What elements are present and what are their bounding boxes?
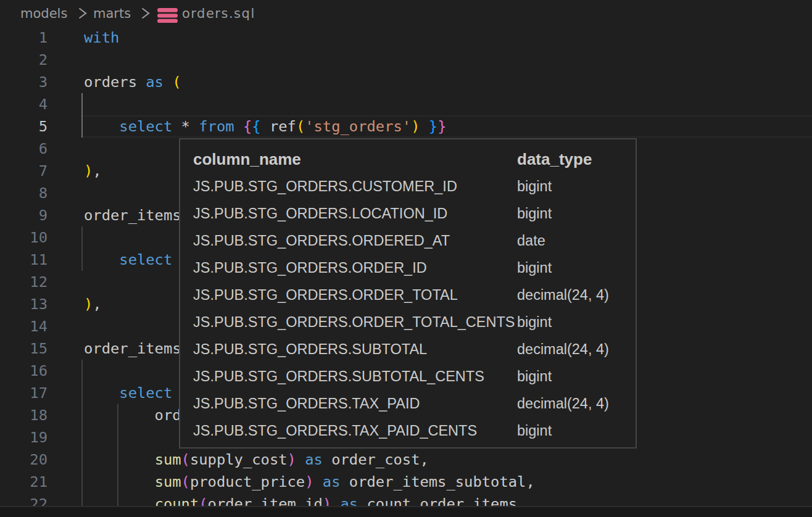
popup-cell-column-name: JS.PUB.STG_ORDERS.LOCATION_ID: [193, 200, 517, 227]
line-number-17: 17: [0, 382, 48, 404]
popup-cell-column-name: JS.PUB.STG_ORDERS.CUSTOMER_ID: [193, 173, 517, 200]
popup-row-5: JS.PUB.STG_ORDERS.ORDER_TOTAL_CENTSbigin…: [193, 308, 628, 336]
line-number-18: 18: [0, 404, 48, 426]
indent-guide: [81, 226, 83, 271]
editor-window: models marts orders.sql 1with23orders as…: [0, 0, 812, 517]
breadcrumb-item-marts[interactable]: marts: [93, 0, 131, 27]
popup-cell-column-name: JS.PUB.STG_ORDERS.ORDER_TOTAL_CENTS: [193, 308, 517, 336]
line-code-20[interactable]: sum(supply_cost) as order_cost,: [84, 449, 429, 471]
popup-row-1: JS.PUB.STG_ORDERS.LOCATION_IDbigint: [193, 200, 628, 227]
popup-cell-data-type: decimal(24, 4): [517, 281, 628, 308]
code-line-3[interactable]: 3orders as (: [0, 71, 812, 93]
popup-cell-column-name: JS.PUB.STG_ORDERS.TAX_PAID: [193, 390, 517, 417]
line-number-19: 19: [0, 426, 48, 449]
line-code-3[interactable]: orders as (: [84, 71, 181, 93]
line-number-2: 2: [0, 49, 48, 71]
code-line-5[interactable]: 5 select * from {{ ref('stg_orders') }}: [0, 115, 812, 138]
line-number-16: 16: [0, 360, 48, 382]
popup-cell-data-type: bigint: [517, 308, 628, 336]
line-number-7: 7: [0, 160, 48, 182]
popup-cell-column-name: JS.PUB.STG_ORDERS.ORDERED_AT: [193, 227, 517, 254]
line-code-18[interactable]: ord: [84, 404, 181, 426]
line-number-21: 21: [0, 471, 48, 493]
line-number-11: 11: [0, 249, 48, 271]
popup-cell-data-type: bigint: [517, 363, 628, 390]
line-number-4: 4: [0, 93, 48, 115]
popup-cell-data-type: bigint: [517, 417, 628, 444]
popup-header-column-name: column_name: [193, 146, 517, 173]
panel-divider: [0, 506, 812, 517]
popup-cell-data-type: decimal(24, 4): [517, 336, 628, 363]
line-number-9: 9: [0, 204, 48, 226]
breadcrumb-item-models[interactable]: models: [20, 0, 67, 27]
indent-guide: [81, 360, 83, 506]
indent-guide: [117, 404, 118, 506]
popup-row-2: JS.PUB.STG_ORDERS.ORDERED_ATdate: [193, 227, 628, 254]
code-line-20[interactable]: 20 sum(supply_cost) as order_cost,: [0, 449, 812, 471]
popup-cell-column-name: JS.PUB.STG_ORDERS.ORDER_TOTAL: [193, 281, 517, 308]
code-line-21[interactable]: 21 sum(product_price) as order_items_sub…: [0, 471, 812, 493]
line-number-13: 13: [0, 293, 48, 315]
breadcrumb: models marts orders.sql: [0, 0, 812, 27]
line-number-20: 20: [0, 449, 48, 471]
chevron-right-icon: [78, 7, 87, 19]
line-code-21[interactable]: sum(product_price) as order_items_subtot…: [84, 471, 535, 493]
line-code-9[interactable]: order_items: [84, 204, 181, 226]
popup-cell-column-name: JS.PUB.STG_ORDERS.ORDER_ID: [193, 254, 517, 281]
popup-header-data-type: data_type: [517, 146, 628, 173]
line-code-17[interactable]: select: [84, 382, 172, 404]
popup-cell-data-type: bigint: [517, 254, 628, 281]
line-code-13[interactable]: ),: [84, 293, 102, 315]
popup-row-4: JS.PUB.STG_ORDERS.ORDER_TOTALdecimal(24,…: [193, 281, 628, 308]
popup-rows: JS.PUB.STG_ORDERS.CUSTOMER_IDbigintJS.PU…: [193, 173, 628, 444]
chevron-right-icon: [141, 7, 150, 19]
code-line-2[interactable]: 2: [0, 49, 812, 71]
popup-row-0: JS.PUB.STG_ORDERS.CUSTOMER_IDbigint: [193, 173, 628, 200]
line-number-5: 5: [0, 115, 48, 138]
line-number-12: 12: [0, 271, 48, 293]
popup-cell-data-type: bigint: [517, 200, 628, 227]
popup-row-9: JS.PUB.STG_ORDERS.TAX_PAID_CENTSbigint: [193, 417, 628, 444]
popup-cell-column-name: JS.PUB.STG_ORDERS.SUBTOTAL_CENTS: [193, 363, 517, 390]
popup-cell-data-type: date: [517, 227, 628, 254]
popup-row-8: JS.PUB.STG_ORDERS.TAX_PAIDdecimal(24, 4): [193, 390, 628, 417]
line-number-6: 6: [0, 138, 48, 160]
line-code-11[interactable]: select: [84, 249, 172, 271]
popup-row-3: JS.PUB.STG_ORDERS.ORDER_IDbigint: [193, 254, 628, 281]
popup-cell-column-name: JS.PUB.STG_ORDERS.TAX_PAID_CENTS: [193, 417, 517, 444]
code-line-1[interactable]: 1with: [0, 27, 812, 49]
popup-cell-data-type: decimal(24, 4): [517, 390, 628, 417]
popup-row-7: JS.PUB.STG_ORDERS.SUBTOTAL_CENTSbigint: [193, 363, 628, 390]
line-number-15: 15: [0, 337, 48, 360]
popup-header-row: column_name data_type: [193, 146, 628, 173]
line-number-3: 3: [0, 71, 48, 93]
line-number-10: 10: [0, 226, 48, 249]
line-number-8: 8: [0, 182, 48, 204]
line-code-1[interactable]: with: [84, 27, 119, 49]
popup-row-6: JS.PUB.STG_ORDERS.SUBTOTALdecimal(24, 4): [193, 336, 628, 363]
line-code-15[interactable]: order_items: [84, 337, 181, 360]
line-code-5[interactable]: select * from {{ ref('stg_orders') }}: [84, 115, 446, 138]
popup-cell-data-type: bigint: [517, 173, 628, 200]
breadcrumb-item-file[interactable]: orders.sql: [182, 0, 255, 27]
popup-cell-column-name: JS.PUB.STG_ORDERS.SUBTOTAL: [193, 336, 517, 363]
line-code-7[interactable]: ),: [84, 160, 102, 182]
line-number-14: 14: [0, 315, 48, 337]
code-line-4[interactable]: 4: [0, 93, 812, 115]
line-number-1: 1: [0, 27, 48, 49]
hover-popup: column_name data_type JS.PUB.STG_ORDERS.…: [179, 138, 637, 449]
indent-guide: [81, 93, 83, 138]
